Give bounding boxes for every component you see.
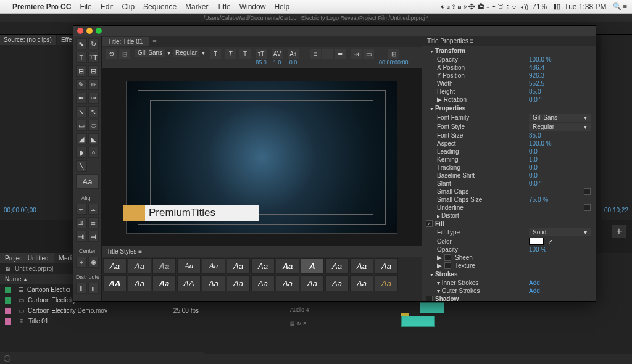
align-right-icon[interactable]: ≣ [335, 49, 346, 59]
roll-crawl-icon[interactable]: ⟲ [106, 49, 117, 59]
area-type-tool[interactable]: ⊞ [76, 65, 87, 77]
add-outer-stroke[interactable]: Add [529, 287, 591, 294]
center-h[interactable]: ⌖ [76, 257, 87, 268]
toolbar-font-style[interactable]: Regular [173, 49, 199, 57]
prop-texture-checkbox[interactable] [444, 262, 451, 269]
size-icon[interactable]: тT [256, 49, 267, 59]
spotlight-icon[interactable]: 🔍 ≡ [613, 2, 627, 10]
rectangle-tool[interactable]: ▭ [76, 120, 87, 131]
title-style-swatch[interactable]: Aa [276, 275, 299, 291]
toolbar-font-family[interactable]: Gill Sans [135, 49, 165, 57]
label-color-swatch[interactable] [5, 308, 11, 314]
vertical-path-type-tool[interactable]: ✏ [88, 79, 99, 90]
prop-x-position[interactable]: 486.4 [529, 64, 591, 71]
eyedropper-icon[interactable]: ⤤ [547, 238, 552, 245]
align-h2[interactable]: ⫠ [88, 204, 99, 215]
prop-y-position[interactable]: 926.3 [529, 72, 591, 79]
line-tool[interactable]: ╲ [76, 160, 87, 172]
tab-stops-icon[interactable]: ⇥ [351, 49, 362, 59]
title-style-swatch[interactable]: AA [177, 275, 201, 291]
title-style-swatch[interactable]: Aa [152, 275, 176, 291]
label-color-swatch[interactable] [5, 297, 11, 304]
props-menu-icon[interactable]: ≡ [470, 38, 474, 44]
prop-color-swatch[interactable] [529, 238, 544, 245]
menu-window[interactable]: Window [239, 2, 266, 11]
center-v[interactable]: ⊕ [88, 257, 99, 268]
title-style-swatch[interactable]: Aa [103, 258, 127, 274]
title-style-swatch[interactable]: A [301, 258, 324, 274]
show-video-icon[interactable]: ▭ [363, 49, 374, 59]
vertical-area-type-tool[interactable]: ⊟ [88, 65, 99, 77]
prop-sheen-checkbox[interactable] [444, 254, 451, 261]
menu-sequence[interactable]: Sequence [143, 2, 177, 11]
dist-h[interactable]: ⫿ [76, 283, 87, 294]
title-style-swatch[interactable]: Aa [202, 275, 225, 291]
prop-small-caps-checkbox[interactable] [584, 188, 591, 195]
add-inner-stroke[interactable]: Add [529, 279, 591, 286]
menu-marker[interactable]: Marker [185, 2, 208, 11]
menu-title[interactable]: Title [217, 2, 230, 11]
prop-shadow-checkbox[interactable] [426, 296, 433, 301]
vertical-type-tool[interactable]: ⸆T [88, 52, 99, 63]
prop-font-family[interactable]: Gill Sans▾ [529, 114, 591, 122]
ellipse-tool[interactable]: ○ [88, 147, 99, 158]
prop-kerning[interactable]: 1.0 [529, 156, 591, 163]
menu-file[interactable]: File [80, 2, 91, 11]
bold-icon[interactable]: T [210, 49, 221, 59]
title-style-swatch[interactable]: Aa [227, 275, 250, 291]
menu-edit[interactable]: Edit [101, 2, 114, 11]
close-icon[interactable] [77, 28, 83, 34]
font-preview[interactable]: Aa [76, 174, 99, 189]
track-audio4-label[interactable]: Audio 4 [290, 307, 309, 313]
toolbar-leading[interactable]: 0.0 [289, 59, 297, 65]
title-style-swatch[interactable]: Aa [325, 275, 349, 291]
leading-icon[interactable]: A↕ [288, 49, 299, 59]
title-canvas[interactable]: PremiumTitles [126, 81, 397, 234]
title-style-swatch[interactable]: AA [103, 275, 127, 291]
minimize-icon[interactable] [86, 28, 93, 34]
underline-icon[interactable]: T [239, 49, 251, 59]
title-style-swatch[interactable]: Aa [251, 275, 275, 291]
prop-slant[interactable]: 0.0 ° [529, 180, 591, 187]
prop-tracking[interactable]: 0.0 [529, 164, 591, 171]
clock[interactable]: Tue 1:38 PM [564, 2, 606, 11]
rotate-tool[interactable]: ↻ [88, 38, 99, 49]
prop-width[interactable]: 552.5 [529, 80, 591, 87]
template-icon[interactable]: ⊟ [119, 49, 130, 59]
prop-baseline-shift[interactable]: 0.0 [529, 172, 591, 179]
title-style-swatch[interactable]: Aa [375, 275, 398, 291]
title-text-content[interactable]: PremiumTitles [145, 205, 259, 221]
kerning-icon[interactable]: AV [272, 49, 283, 59]
title-style-swatch[interactable]: Aa [350, 275, 373, 291]
add-anchor-tool[interactable]: ✑ [88, 93, 99, 104]
add-button[interactable]: + [612, 225, 626, 238]
timeline-clip-audio1[interactable] [420, 302, 444, 313]
title-properties-header[interactable]: Title Properties [427, 38, 468, 44]
arc-tool[interactable]: ◗ [76, 147, 87, 158]
delete-anchor-tool[interactable]: ↘ [76, 106, 87, 117]
styles-menu-icon[interactable]: ≡ [138, 248, 142, 255]
prop-height[interactable]: 85.0 [529, 88, 591, 95]
title-style-swatch[interactable]: Aa [375, 258, 398, 274]
info-icon[interactable]: ⓘ [0, 354, 14, 363]
menu-clip[interactable]: Clip [122, 2, 135, 11]
source-tab[interactable]: Source: (no clips) [0, 35, 56, 45]
title-style-swatch[interactable]: Aa [325, 258, 349, 274]
prop-opacity[interactable]: 100.0 % [529, 56, 591, 63]
app-name[interactable]: Premiere Pro CC [12, 2, 71, 11]
prop-rotation[interactable]: 0.0 ° [529, 96, 591, 103]
section-fill[interactable]: Fill [435, 220, 444, 227]
convert-anchor-tool[interactable]: ↖ [88, 106, 99, 117]
zoom-icon[interactable] [96, 28, 102, 34]
title-style-swatch[interactable]: Aa [251, 258, 275, 274]
prop-fill-opacity[interactable]: 100 % [529, 246, 591, 253]
type-tool[interactable]: T [76, 52, 87, 63]
prop-font-size[interactable]: 85.0 [529, 132, 591, 139]
prop-aspect[interactable]: 100.0 % [529, 140, 591, 147]
align-h1[interactable]: ⫟ [76, 204, 87, 215]
title-style-swatch[interactable]: Aa [128, 258, 151, 274]
title-style-swatch[interactable]: Aa [152, 258, 176, 274]
title-style-swatch[interactable]: Aa [227, 258, 250, 274]
align-v1[interactable]: ⫡ [76, 217, 87, 228]
title-tab[interactable]: Title: Title 01 [102, 37, 149, 46]
